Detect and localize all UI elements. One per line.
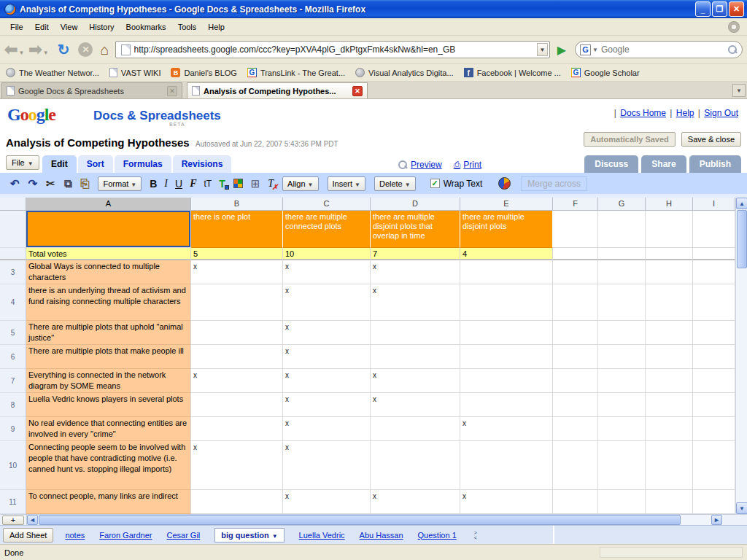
- cut-icon[interactable]: ✂: [46, 177, 55, 190]
- cell[interactable]: [553, 441, 598, 490]
- cell[interactable]: [646, 369, 693, 393]
- cell[interactable]: [646, 211, 693, 248]
- cell[interactable]: [553, 345, 598, 369]
- hypothesis-cell[interactable]: No real evidence that connecting entitie…: [26, 417, 191, 441]
- cell[interactable]: x: [371, 260, 460, 284]
- cell[interactable]: x: [283, 284, 371, 321]
- cell[interactable]: [693, 260, 735, 284]
- italic-button[interactable]: I: [164, 178, 168, 190]
- cell-b1[interactable]: there is one plot: [191, 211, 283, 248]
- docs-home-link[interactable]: Docs Home: [620, 108, 666, 118]
- cell[interactable]: [598, 284, 646, 321]
- save-and-close-button[interactable]: Save & close: [681, 132, 741, 147]
- cell[interactable]: [646, 490, 693, 514]
- print-link[interactable]: ⎙Print: [454, 160, 481, 170]
- chart-icon[interactable]: [498, 177, 511, 190]
- cell[interactable]: [646, 441, 693, 490]
- bookmark-vast-wiki[interactable]: VAST WIKI: [109, 68, 161, 77]
- sheet-tab-luella-vedric[interactable]: Luella Vedric: [299, 531, 345, 540]
- hypothesis-cell[interactable]: To connect people, many links are indire…: [26, 490, 191, 514]
- cell[interactable]: [371, 321, 460, 345]
- cell[interactable]: [553, 211, 598, 248]
- menu-tools[interactable]: Tools: [172, 20, 203, 34]
- cell[interactable]: x: [191, 369, 283, 393]
- text-color-button[interactable]: T: [219, 178, 225, 190]
- cell-e1[interactable]: there are multiple disjoint plots: [460, 211, 553, 248]
- cell[interactable]: x: [371, 490, 460, 514]
- minimize-button[interactable]: _: [695, 1, 711, 17]
- grid-corner[interactable]: [0, 198, 26, 211]
- cell[interactable]: x: [371, 369, 460, 393]
- tab-sort[interactable]: Sort: [78, 155, 113, 173]
- row-number[interactable]: 10: [0, 441, 26, 490]
- cell[interactable]: [646, 284, 693, 321]
- cell[interactable]: [553, 260, 598, 284]
- cell[interactable]: [646, 260, 693, 284]
- cell[interactable]: [460, 441, 553, 490]
- cell[interactable]: [646, 393, 693, 417]
- row-number[interactable]: 4: [0, 284, 26, 321]
- cell[interactable]: x: [460, 490, 553, 514]
- sheet-tab-cesar-gil[interactable]: Cesar Gil: [166, 531, 200, 540]
- delete-dropdown[interactable]: Delete▼: [374, 176, 416, 191]
- menu-help[interactable]: Help: [202, 20, 231, 34]
- column-header-h[interactable]: H: [646, 198, 693, 211]
- file-menu-button[interactable]: File▼: [6, 155, 39, 170]
- tab-share[interactable]: Share: [641, 155, 686, 173]
- cell[interactable]: [646, 248, 693, 260]
- cell-e2[interactable]: 4: [460, 248, 553, 260]
- cell-d2[interactable]: 7: [371, 248, 460, 260]
- tab-formulas[interactable]: Formulas: [115, 155, 171, 173]
- tab-revisions[interactable]: Revisions: [173, 155, 232, 173]
- font-dropdown[interactable]: F: [190, 178, 196, 190]
- cell[interactable]: [646, 321, 693, 345]
- close-button[interactable]: ✕: [729, 1, 744, 17]
- sheet-tab-question-1[interactable]: Question 1: [418, 531, 457, 540]
- vertical-scroll-thumb[interactable]: [737, 210, 747, 268]
- forward-dropdown-icon[interactable]: ▼: [43, 50, 49, 56]
- hypothesis-cell[interactable]: Luella Vedric knows players in several p…: [26, 393, 191, 417]
- cell[interactable]: x: [371, 393, 460, 417]
- cell[interactable]: [598, 260, 646, 284]
- cell[interactable]: [598, 393, 646, 417]
- column-header-d[interactable]: D: [371, 198, 460, 211]
- row-number[interactable]: 7: [0, 369, 26, 393]
- cell[interactable]: [598, 248, 646, 260]
- help-link[interactable]: Help: [676, 108, 694, 118]
- column-header-e[interactable]: E: [460, 198, 553, 211]
- cell[interactable]: [693, 393, 735, 417]
- cell[interactable]: x: [283, 369, 371, 393]
- tab-edit[interactable]: Edit: [42, 155, 77, 173]
- cell[interactable]: [693, 321, 735, 345]
- cell-c1[interactable]: there are multiple connected plots: [283, 211, 371, 248]
- sheet-tab-abu-hassan[interactable]: Abu Hassan: [360, 531, 403, 540]
- cell[interactable]: [693, 248, 735, 260]
- stop-icon[interactable]: ✕: [78, 42, 93, 57]
- url-history-dropdown-icon[interactable]: ▼: [537, 43, 548, 56]
- tab-close-icon[interactable]: ✕: [167, 86, 177, 96]
- bookmark-daniels-blog[interactable]: B Daniel's BLOG: [171, 68, 236, 77]
- back-button[interactable]: ⬅ ▼: [4, 42, 27, 57]
- scroll-left-icon[interactable]: ◄: [27, 515, 38, 525]
- bookmark-weather-network[interactable]: The Weather Networ...: [6, 68, 99, 77]
- cell[interactable]: [191, 321, 283, 345]
- cell[interactable]: [598, 441, 646, 490]
- cell-b2[interactable]: 5: [191, 248, 283, 260]
- sheet-tab-notes[interactable]: notes: [65, 531, 85, 540]
- forward-button[interactable]: ➡ ▼: [28, 42, 51, 57]
- row-header[interactable]: [0, 211, 26, 248]
- hypothesis-cell[interactable]: Everything is connected in the network d…: [26, 369, 191, 393]
- cell[interactable]: x: [283, 393, 371, 417]
- search-icon[interactable]: [727, 44, 738, 55]
- cell[interactable]: [553, 284, 598, 321]
- cell[interactable]: x: [283, 345, 371, 369]
- cell[interactable]: [553, 369, 598, 393]
- borders-button[interactable]: ⊞: [251, 177, 260, 190]
- redo-icon[interactable]: ↷: [28, 177, 38, 190]
- align-dropdown[interactable]: Align▼: [282, 176, 318, 191]
- menu-bookmarks[interactable]: Bookmarks: [120, 20, 172, 34]
- column-header-c[interactable]: C: [283, 198, 371, 211]
- add-sheet-button[interactable]: Add Sheet: [3, 528, 53, 542]
- cell[interactable]: [460, 321, 553, 345]
- cell-c2[interactable]: 10: [283, 248, 371, 260]
